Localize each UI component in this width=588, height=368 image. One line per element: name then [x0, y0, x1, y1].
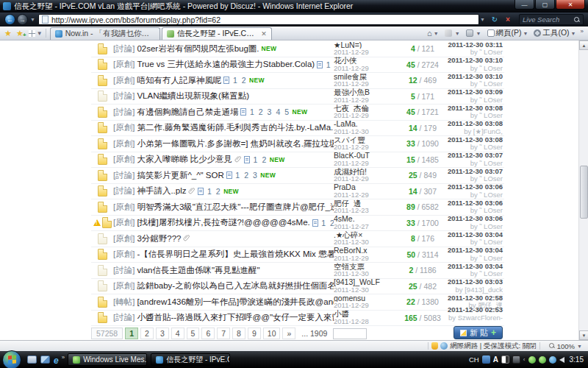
- lastpost-author-link[interactable]: by ˜ LOser: [447, 175, 503, 183]
- taskbar-clock[interactable]: 3:15: [570, 355, 584, 364]
- page-number-link[interactable]: 1: [206, 187, 212, 196]
- add-favorite-icon[interactable]: ★: [14, 29, 26, 38]
- show-desktop-icon[interactable]: [40, 355, 50, 364]
- tab-forum[interactable]: 信長之野望 - IPvE.CO... ✕: [162, 27, 272, 40]
- page-button[interactable]: 1: [125, 328, 138, 339]
- thread-title-link[interactable]: 唔知有冇人記厚神風呢: [137, 75, 221, 86]
- page-button[interactable]: 7: [217, 328, 230, 339]
- new-post-button[interactable]: 新 貼 +: [453, 326, 503, 339]
- page-number-link[interactable]: 1: [252, 155, 259, 164]
- live-search-input[interactable]: Live Search: [519, 14, 584, 25]
- feeds-button[interactable]: ▼: [442, 29, 463, 37]
- print-button[interactable]: ▼: [463, 29, 484, 37]
- home-button[interactable]: ⌂▼: [424, 29, 442, 38]
- quick-tabs-button[interactable]: ▼: [26, 29, 46, 38]
- tab-close-icon[interactable]: ✕: [261, 30, 267, 38]
- ime-mode-icon[interactable]: A: [493, 355, 498, 364]
- thread-title-link[interactable]: vlan信長主題曲係咪"再見點進醒": [137, 265, 259, 276]
- thread-title-link[interactable]: [找樓]屠邪找樓片,長拉奇謎?!@@@@@4sMe.: [137, 217, 309, 228]
- lastpost-author-link[interactable]: by ˜ LOser: [447, 223, 503, 231]
- close-button[interactable]: ✕: [556, 0, 585, 10]
- quicklaunch-overflow-icon[interactable]: »: [62, 354, 65, 361]
- thread-title-link[interactable]: 搞笑影片更新^_^" SOR: [137, 170, 223, 181]
- thread-title-link[interactable]: 明智秀滿大3級"直江忍大殊"---肥仔圖查牌片@肥仔_邊: [137, 202, 334, 213]
- address-url[interactable]: http://www.ipve.com/bbs/forumdisplay.php…: [51, 15, 220, 24]
- scrollbar-thumb[interactable]: [580, 166, 588, 219]
- ie-quicklaunch-icon[interactable]: e: [54, 355, 59, 364]
- scroll-up-icon[interactable]: ▲: [579, 40, 588, 50]
- page-number-link[interactable]: 1: [248, 107, 255, 116]
- lastpost-author-link[interactable]: by ˜ LOser: [447, 255, 503, 263]
- vertical-scrollbar[interactable]: ▲ ▼: [578, 40, 588, 340]
- thread-title-link[interactable]: 諗錯baby-之前你以為自己入左冰島就好撚掛住個面名周圍吠?: [137, 280, 334, 291]
- mail-icon[interactable]: [27, 355, 37, 364]
- page-button[interactable]: 10: [263, 328, 281, 339]
- messenger-status-icon-2[interactable]: [539, 356, 546, 364]
- refresh-button[interactable]: ↻: [488, 14, 501, 25]
- start-button[interactable]: [2, 350, 21, 368]
- page-button[interactable]: 2: [140, 328, 154, 339]
- forward-button[interactable]: →: [17, 14, 28, 25]
- lastpost-author-link[interactable]: by ˜ LOser: [447, 238, 503, 247]
- lastpost-author-link[interactable]: by [★]FunG,: [447, 128, 503, 136]
- taskbar-button-ie[interactable]: 信長之野望 - IPvE.C...: [151, 353, 230, 366]
- lastpost-author-link[interactable]: by ˜ LOser: [447, 112, 503, 120]
- tray-chevron-icon[interactable]: ‹: [523, 356, 526, 363]
- stop-button[interactable]: ×: [501, 14, 514, 25]
- address-dropdown-icon[interactable]: ▼: [480, 17, 485, 22]
- cmdbar-overflow-icon[interactable]: »: [579, 28, 585, 35]
- language-indicator[interactable]: CH: [469, 355, 479, 364]
- lastpost-author-link[interactable]: by ˜ LOser: [447, 65, 503, 73]
- lastpost-date-link[interactable]: 2011-12-30 02:53: [447, 306, 503, 314]
- search-icon[interactable]: [574, 17, 580, 23]
- volume-icon[interactable]: [559, 357, 564, 363]
- page-number-link[interactable]: 4: [275, 107, 282, 116]
- lastpost-author-link[interactable]: by ˜ LOser: [447, 270, 503, 278]
- back-button[interactable]: ←: [4, 14, 15, 25]
- page-button[interactable]: 3: [156, 328, 169, 339]
- favorites-icon[interactable]: ★: [2, 29, 14, 38]
- next-page-button[interactable]: »: [282, 328, 295, 339]
- minimize-button[interactable]: —: [514, 0, 534, 10]
- page-number-link[interactable]: 2: [240, 76, 247, 85]
- thread-title-link[interactable]: 小醬首貼--路過既入來打下招呼@@"女仔一定要入來留cm!: [137, 312, 334, 323]
- taskbar-button-messenger[interactable]: Windows Live Mes...: [68, 353, 147, 366]
- history-dropdown-icon[interactable]: ▼: [30, 17, 35, 22]
- page-menu-button[interactable]: 網頁(P)▼: [484, 28, 531, 38]
- thread-title-link[interactable]: 第二作.藤角繁遇魔術師.毛利與秀吉的斗法.by.-LaMa.: [137, 122, 333, 133]
- ime-panel-icon[interactable]: [501, 355, 509, 364]
- page-number-link[interactable]: 2: [261, 155, 268, 164]
- page-button[interactable]: 4: [171, 328, 184, 339]
- keyboard-ime-icon[interactable]: [482, 355, 490, 364]
- thread-title-link[interactable]: 有邊個夠膽請自己禁走通場: [137, 107, 238, 118]
- page-number-link[interactable]: 1: [325, 60, 331, 69]
- maximize-button[interactable]: ▢: [535, 0, 555, 10]
- page-number-link[interactable]: 1: [234, 171, 241, 180]
- page-number-link[interactable]: 3: [251, 171, 258, 180]
- page-number-link[interactable]: 5: [284, 107, 290, 116]
- last-page-link[interactable]: ... 1909: [298, 328, 331, 339]
- thread-title-link[interactable]: 02ser岩岩有個閃規閃左張bug圖.: [137, 43, 259, 54]
- thread-title-link[interactable]: True vs 三井(送給永遠的最強主力Stabber.Cola): [137, 59, 315, 70]
- thread-title-link[interactable]: [andrew1436離別一年作品]帶淚迷瞞的淺井長政@andrew1436: [137, 297, 334, 308]
- address-bar[interactable]: http://www.ipve.com/bbs/forumdisplay.php…: [38, 14, 479, 25]
- lastpost-author-link[interactable]: by ˜ LOser: [447, 80, 503, 88]
- lastpost-author-link[interactable]: by ˜ LOser: [447, 207, 503, 215]
- lastpost-author-link[interactable]: by ˜ LOser: [447, 160, 503, 168]
- thread-title-link[interactable]: VLAN繼續出現新現象(豬置點): [137, 91, 249, 102]
- messenger-status-icon[interactable]: [528, 356, 536, 364]
- page-number-link[interactable]: 3: [266, 107, 273, 116]
- page-number-link[interactable]: 1: [320, 219, 327, 227]
- lastpost-author-link[interactable]: by ˜ LOser: [447, 191, 503, 199]
- page-button[interactable]: 8: [232, 328, 245, 339]
- ime-tools-icon[interactable]: [512, 355, 520, 364]
- thread-title-link[interactable]: 小弟第一條圖戰片.多多謝教=] 焦奶叫就改名.羅拉垃圾圖戰: [137, 138, 334, 149]
- scroll-down-icon[interactable]: ▼: [579, 330, 588, 340]
- lastpost-author-link[interactable]: by [9413]_duck: [447, 286, 503, 294]
- page-number-link[interactable]: 2: [243, 171, 250, 180]
- page-jump-input[interactable]: [333, 328, 367, 339]
- page-number-link[interactable]: 2: [215, 187, 221, 196]
- zoom-control[interactable]: 100% ▼: [543, 342, 588, 350]
- tools-menu-button[interactable]: 工具(O)▼: [531, 28, 578, 38]
- network-tray-icon[interactable]: [549, 356, 556, 364]
